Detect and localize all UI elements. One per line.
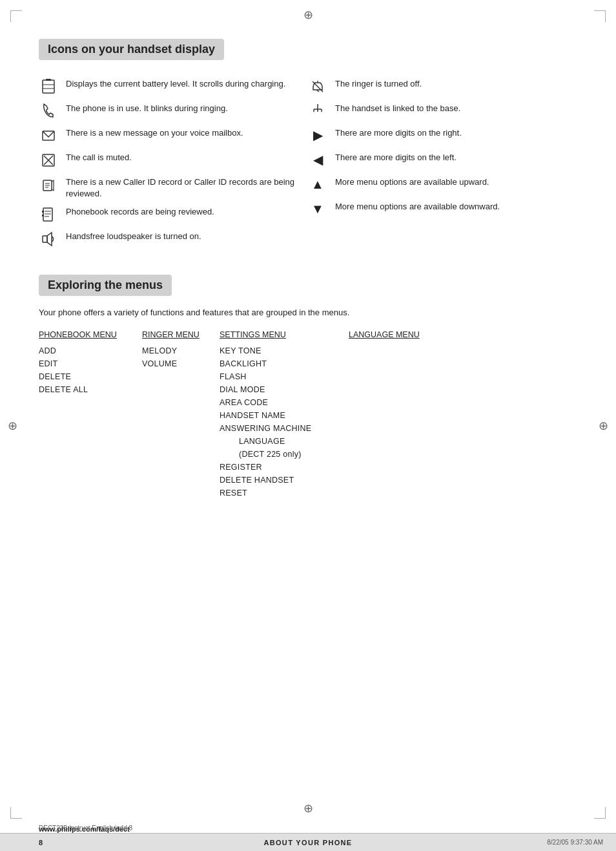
battery-icon (39, 78, 58, 95)
icons-grid: Displays the current battery level. It s… (39, 78, 577, 249)
menu-item-backlight: BACKLIGHT (220, 357, 349, 370)
menu-item-answering-machine: ANSWERING MACHINE (220, 422, 349, 435)
icon-row-battery: Displays the current battery level. It s… (39, 78, 308, 96)
icon-desc-menu-down: More menu options are available downward… (335, 201, 500, 213)
icons-right-col: The ringer is turned off. The handset is… (308, 78, 577, 249)
menu-item-register: REGISTER (220, 461, 349, 474)
menu-item-melody: MELODY (142, 344, 220, 357)
icon-row-digits-left: ◀ There are more digits on the left. (308, 152, 577, 170)
icon-row-callerid: There is a new Caller ID record or Calle… (39, 176, 308, 200)
page-content: Icons on your handset display Displays t… (0, 0, 616, 551)
callerid-icon (39, 176, 58, 194)
menus-section: Exploring the menus Your phone offers a … (39, 275, 577, 499)
icons-section: Icons on your handset display Displays t… (39, 39, 577, 249)
svg-rect-17 (42, 215, 44, 216)
footer-title: ABOUT YOUR PHONE (263, 839, 352, 846)
icon-row-phonebook: Phonebook records are being reviewed. (39, 206, 308, 224)
settings-menu-header: SETTINGS MENU (220, 330, 349, 339)
icon-desc-digits-right: There are more digits on the right. (335, 127, 462, 139)
menu-down-icon: ▼ (308, 201, 327, 216)
compass-top-icon: ⊕ (303, 8, 313, 22)
svg-marker-19 (47, 233, 52, 246)
icon-desc-phone: The phone is in use. It blinks during ri… (66, 103, 228, 114)
menu-item-dect225: (DECT 225 only) (220, 448, 349, 461)
compass-bottom-icon: ⊕ (303, 801, 313, 815)
menu-item-edit: EDIT (39, 357, 142, 370)
svg-rect-0 (43, 80, 54, 93)
icon-desc-linked: The handset is linked to the base. (335, 103, 460, 114)
icon-row-mute: The call is muted. (39, 152, 308, 170)
icon-row-speaker: Handsfree loudspeaker is turned on. (39, 231, 308, 249)
menu-item-delete-all: DELETE ALL (39, 383, 142, 396)
digits-right-icon: ▶ (308, 127, 327, 143)
footer-right: 8/22/05 9:37:30 AM (547, 839, 603, 846)
icon-row-menu-down: ▼ More menu options are available downwa… (308, 201, 577, 219)
crop-mark-tr (594, 10, 606, 22)
crop-mark-br (594, 807, 606, 819)
icon-desc-battery: Displays the current battery level. It s… (66, 78, 285, 90)
icon-desc-speaker: Handsfree loudspeaker is turned on. (66, 231, 201, 242)
icon-row-digits-right: ▶ There are more digits on the right. (308, 127, 577, 145)
phonebook-menu-header: PHONEBOOK MENU (39, 330, 142, 339)
menus-intro: Your phone offers a variety of functions… (39, 308, 577, 317)
icon-desc-ringer-off: The ringer is turned off. (335, 78, 422, 90)
voicemail-icon (39, 127, 58, 144)
icon-row-linked: The handset is linked to the base. (308, 103, 577, 121)
menu-item-reset: RESET (220, 487, 349, 499)
footer-left: DECT225-instruct English.indd 8 (39, 825, 132, 851)
ringer-off-icon (308, 78, 327, 95)
menu-item-language: LANGUAGE (220, 435, 349, 448)
menu-up-icon: ▲ (308, 176, 327, 192)
icon-desc-mute: The call is muted. (66, 152, 132, 163)
settings-menu-col: SETTINGS MENU KEY TONE BACKLIGHT FLASH D… (220, 330, 349, 499)
menu-item-dial-mode: DIAL MODE (220, 383, 349, 396)
icon-desc-menu-up: More menu options are available upward. (335, 176, 489, 188)
svg-rect-1 (46, 79, 51, 81)
compass-left-icon: ⊕ (8, 419, 17, 433)
menu-item-flash: FLASH (220, 370, 349, 383)
icon-row-phone: The phone is in use. It blinks during ri… (39, 103, 308, 121)
language-menu-col: LANGUAGE MENU (349, 330, 452, 499)
icon-desc-voicemail: There is a new message on your voice mai… (66, 127, 243, 139)
digits-left-icon: ◀ (308, 152, 327, 167)
icon-desc-digits-left: There are more digits on the left. (335, 152, 457, 163)
svg-rect-16 (42, 211, 44, 213)
menu-item-key-tone: KEY TONE (220, 344, 349, 357)
menu-item-volume: VOLUME (142, 357, 220, 370)
menu-item-handset-name: HANDSET NAME (220, 409, 349, 422)
icon-row-menu-up: ▲ More menu options are available upward… (308, 176, 577, 194)
compass-right-icon: ⊕ (599, 419, 608, 433)
menus-table: PHONEBOOK MENU ADD EDIT DELETE DELETE AL… (39, 330, 577, 499)
phonebook-icon (39, 206, 58, 223)
menu-item-delete: DELETE (39, 370, 142, 383)
crop-mark-bl (10, 807, 22, 819)
crop-mark-tl (10, 10, 22, 22)
ringer-menu-header: RINGER MENU (142, 330, 220, 339)
icon-desc-phonebook: Phonebook records are being reviewed. (66, 206, 214, 218)
phonebook-menu-col: PHONEBOOK MENU ADD EDIT DELETE DELETE AL… (39, 330, 142, 499)
ringer-menu-col: RINGER MENU MELODY VOLUME (142, 330, 220, 499)
language-menu-header: LANGUAGE MENU (349, 330, 452, 339)
svg-rect-18 (43, 236, 47, 242)
icons-section-title: Icons on your handset display (39, 39, 224, 60)
icon-row-ringer-off: The ringer is turned off. (308, 78, 577, 96)
icons-left-col: Displays the current battery level. It s… (39, 78, 308, 249)
menu-item-add: ADD (39, 344, 142, 357)
mute-icon (39, 152, 58, 169)
menu-item-area-code: AREA CODE (220, 396, 349, 409)
linked-icon (308, 103, 327, 120)
menu-item-delete-handset: DELETE HANDSET (220, 474, 349, 487)
phone-in-use-icon (39, 103, 58, 120)
icon-row-voicemail: There is a new message on your voice mai… (39, 127, 308, 145)
menus-section-title: Exploring the menus (39, 275, 172, 296)
icon-desc-callerid: There is a new Caller ID record or Calle… (66, 176, 308, 200)
speaker-icon (39, 231, 58, 247)
svg-rect-12 (43, 208, 52, 221)
